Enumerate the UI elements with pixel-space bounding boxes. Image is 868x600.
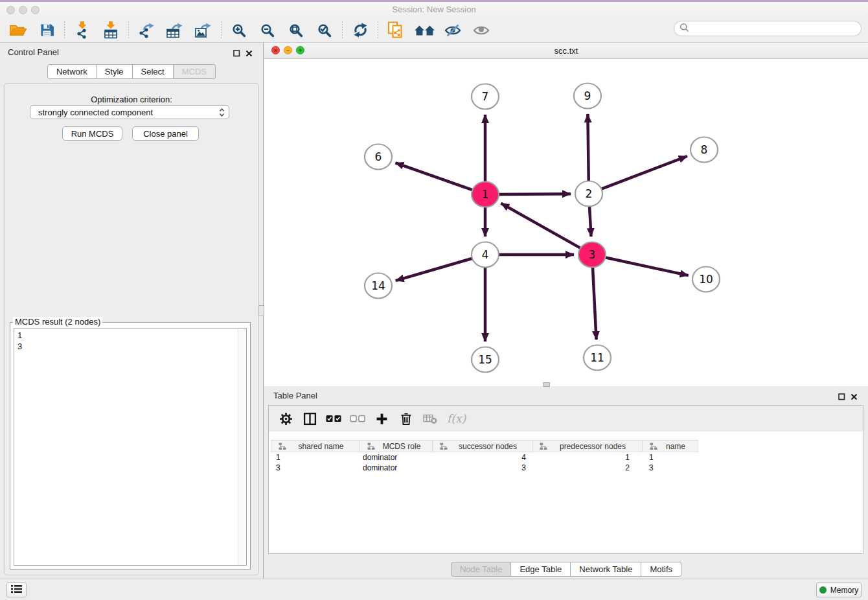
float-panel-icon[interactable] [233, 48, 240, 60]
graph-node-4[interactable]: 4 [472, 242, 499, 268]
tab-network[interactable]: Network [47, 64, 97, 79]
optimization-criterion-select[interactable]: strongly connected component [30, 105, 229, 119]
network-graph[interactable]: 1234678910111415 [264, 59, 868, 386]
save-session-icon[interactable] [32, 21, 61, 40]
table-cell[interactable]: dominator [360, 453, 433, 462]
first-neighbors-icon[interactable] [410, 21, 439, 40]
zoom-out-icon[interactable] [253, 21, 282, 40]
column-layout-icon[interactable] [298, 409, 322, 428]
network-canvas[interactable]: 1234678910111415 [264, 59, 868, 386]
graph-node-11[interactable]: 11 [584, 345, 611, 371]
toolbar-group [132, 21, 218, 40]
run-mcds-button[interactable]: Run MCDS [62, 126, 122, 141]
graph-node-15[interactable]: 15 [472, 347, 499, 373]
table-cell[interactable]: 2 [532, 463, 643, 472]
graph-node-1[interactable]: 1 [472, 182, 499, 207]
zoom-fit-icon[interactable] [282, 21, 310, 40]
column-header-predecessor-nodes[interactable]: predecessor nodes [532, 440, 643, 452]
deselect-all-icon[interactable] [346, 409, 370, 428]
column-header-name[interactable]: name [643, 440, 698, 452]
export-table-icon[interactable] [161, 21, 189, 40]
control-panel: Control Panel NetworkStyleSelectMCDS Opt… [0, 43, 264, 579]
hide-selected-icon[interactable] [439, 21, 467, 40]
tab-mcds[interactable]: MCDS [174, 64, 216, 79]
column-header-successor-nodes[interactable]: successor nodes [433, 440, 532, 452]
task-history-button[interactable] [6, 583, 27, 597]
table-cell[interactable]: 3 [433, 463, 532, 472]
window-titlebar: Session: New Session [0, 2, 868, 18]
open-session-icon[interactable] [4, 21, 32, 40]
table-cell[interactable]: 1 [271, 453, 360, 462]
graph-edge-2-9[interactable] [588, 114, 588, 182]
stepper-arrows-icon [219, 108, 225, 117]
tab-edge-table[interactable]: Edge Table [511, 562, 571, 577]
graph-node-8[interactable]: 8 [691, 137, 718, 163]
table-cell[interactable]: 1 [532, 453, 643, 462]
graph-edge-2-8[interactable] [600, 156, 687, 190]
table-cell[interactable]: 3 [643, 463, 698, 472]
network-window-title: scc.txt [264, 46, 868, 56]
show-all-icon[interactable] [467, 21, 496, 40]
close-panel-icon[interactable] [246, 48, 253, 60]
graph-edge-4-14[interactable] [396, 258, 474, 281]
table-cell[interactable]: dominator [360, 463, 433, 472]
graph-edge-1-2[interactable] [497, 194, 571, 194]
vertical-splitter-handle[interactable] [258, 305, 264, 316]
graph-node-9[interactable]: 9 [574, 84, 601, 109]
graph-node-6[interactable]: 6 [365, 144, 392, 170]
graph-node-14[interactable]: 14 [365, 273, 392, 299]
import-network-icon[interactable] [68, 21, 97, 40]
tab-network-table[interactable]: Network Table [571, 562, 641, 577]
graph-node-7[interactable]: 7 [472, 84, 499, 110]
close-panel-icon[interactable] [851, 391, 858, 403]
export-image-icon[interactable] [189, 21, 218, 40]
graph-edge-3-10[interactable] [604, 257, 689, 275]
delete-icon[interactable] [394, 409, 418, 428]
graph-node-10[interactable]: 10 [692, 267, 720, 292]
graph-node-2[interactable]: 2 [575, 181, 602, 207]
float-panel-icon[interactable] [838, 391, 845, 403]
mcds-result-textarea[interactable]: 1 3 [14, 328, 247, 566]
main-toolbar [0, 18, 868, 43]
table-row-1[interactable]: 1dominator411 [271, 452, 698, 463]
application-window: Session: New Session Control Panel Netwo… [0, 0, 868, 600]
svg-text:2: 2 [586, 187, 593, 200]
select-all-icon[interactable] [322, 409, 346, 428]
toolbar-group [382, 21, 496, 40]
gear-icon[interactable] [274, 409, 298, 428]
table-row-2[interactable]: 3dominator323 [271, 463, 698, 473]
mcds-result-scrollbar[interactable] [238, 329, 246, 565]
horizontal-splitter-handle[interactable] [543, 382, 550, 387]
close-panel-button[interactable]: Close panel [132, 126, 199, 141]
zoom-in-icon[interactable] [225, 21, 253, 40]
graph-edge-3-11[interactable] [593, 266, 597, 340]
memory-button[interactable]: Memory [816, 583, 862, 597]
table-cell[interactable]: 1 [643, 453, 698, 462]
zoom-selected-icon[interactable] [310, 21, 339, 40]
node-table[interactable]: shared nameMCDS rolesuccessor nodesprede… [271, 440, 698, 473]
toolbar-group [225, 21, 339, 40]
tab-style[interactable]: Style [97, 64, 133, 79]
delete-table-icon[interactable] [418, 409, 442, 428]
table-panel-header: Table Panel [264, 386, 868, 404]
column-header-shared-name[interactable]: shared name [271, 440, 360, 452]
clone-network-icon[interactable] [382, 21, 410, 40]
search-input[interactable] [692, 22, 861, 35]
apply-layout-icon[interactable] [346, 21, 374, 40]
tab-motifs[interactable]: Motifs [641, 562, 681, 577]
import-table-icon[interactable] [97, 21, 125, 40]
graph-edge-2-3[interactable] [589, 205, 591, 237]
search-box[interactable] [674, 21, 862, 36]
graph-edge-3-1[interactable] [501, 203, 582, 249]
graph-edge-1-6[interactable] [395, 163, 474, 190]
export-network-icon[interactable] [132, 21, 161, 40]
column-header-MCDS-role[interactable]: MCDS role [360, 440, 433, 452]
mcds-result-title: MCDS result (2 nodes) [13, 317, 102, 327]
toolbar-separator [64, 21, 65, 40]
table-cell[interactable]: 4 [433, 453, 532, 462]
tab-node-table[interactable]: Node Table [451, 562, 512, 577]
add-icon[interactable] [370, 409, 394, 428]
tab-select[interactable]: Select [133, 64, 174, 79]
table-cell[interactable]: 3 [271, 463, 360, 472]
graph-node-3[interactable]: 3 [578, 242, 606, 268]
